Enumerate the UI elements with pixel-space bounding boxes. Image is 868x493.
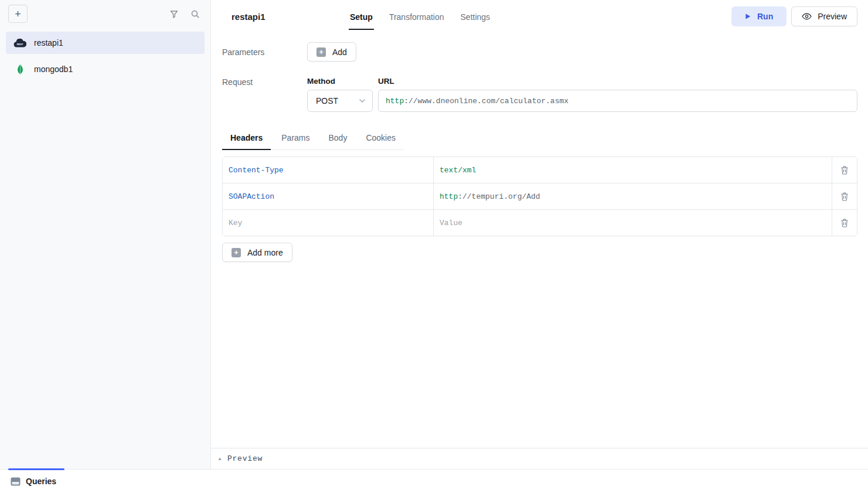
sidebar-item-mongodb1[interactable]: mongodb1 (6, 58, 205, 80)
add-more-button[interactable]: + Add more (222, 243, 292, 262)
response-preview-toggle[interactable]: ▲ Preview (211, 448, 868, 469)
request-subtabs: Headers Params Body Cookies (222, 128, 404, 150)
plus-icon: + (316, 47, 326, 57)
method-select[interactable]: POST (307, 90, 373, 112)
tab-headers[interactable]: Headers (222, 128, 271, 150)
rest-api-icon: REST (13, 39, 27, 47)
url-input[interactable]: http://www.dneonline.com/calculator.asmx (378, 90, 857, 112)
sidebar-toolbar: + (0, 0, 210, 28)
filter-icon (169, 9, 179, 19)
method-field: Method POST (307, 77, 373, 112)
add-parameter-label: Add (332, 47, 347, 57)
search-button[interactable] (189, 8, 201, 20)
request-label: Request (222, 77, 307, 87)
method-label: Method (307, 77, 373, 86)
caret-up-icon: ▲ (217, 457, 222, 461)
eye-icon (802, 13, 812, 20)
entity-list: REST restapi1 mongodb1 (0, 28, 210, 89)
header-value-scheme: http (440, 192, 458, 201)
trash-icon (840, 166, 849, 175)
header-key-input[interactable] (223, 210, 434, 236)
table-row: Content-Type text/xml (223, 157, 857, 183)
parameters-row: Parameters + Add (222, 42, 857, 62)
headers-table: Content-Type text/xml SOAPAction http://… (222, 157, 857, 236)
tab-cookies[interactable]: Cookies (358, 128, 404, 150)
page-title: restapi1 (232, 12, 349, 22)
url-rest: ://www.dneonline.com/calculator.asmx (404, 97, 569, 106)
trash-icon (840, 192, 849, 201)
search-icon (190, 9, 200, 19)
queries-tab-label: Queries (26, 477, 56, 486)
tab-settings[interactable]: Settings (459, 3, 492, 30)
add-parameter-button[interactable]: + Add (307, 42, 356, 62)
main-panel: restapi1 Setup Transformation Settings R… (211, 0, 868, 469)
run-button[interactable]: Run (731, 6, 787, 26)
url-label: URL (378, 77, 857, 86)
table-row: SOAPAction http://tempuri.org/Add (223, 183, 857, 210)
entity-label: mongodb1 (34, 64, 73, 74)
entity-label: restapi1 (34, 38, 63, 47)
bottom-tab-bar: Queries (0, 469, 868, 493)
app-window: + REST restapi1 (0, 0, 868, 493)
play-icon (745, 13, 751, 20)
mongodb-icon (13, 64, 27, 75)
header-value-rest: ://tempuri.org/Add (458, 192, 540, 201)
header-actions: Run Preview (731, 6, 857, 26)
plus-icon: + (15, 9, 21, 19)
header-value-input[interactable] (434, 210, 832, 236)
sidebar-item-restapi1[interactable]: REST restapi1 (6, 32, 205, 54)
url-scheme: http (386, 97, 404, 106)
tab-setup[interactable]: Setup (349, 3, 374, 30)
delete-row-button[interactable] (832, 157, 857, 183)
tab-body[interactable]: Body (321, 128, 356, 150)
setup-body: Parameters + Add Request Method POST (211, 33, 868, 448)
request-row: Request Method POST URL http://www.dneon… (222, 77, 857, 112)
add-entity-button[interactable]: + (8, 5, 28, 23)
header-key-text: Content-Type (229, 166, 284, 175)
delete-row-button[interactable] (832, 210, 857, 236)
header-key-placeholder (229, 219, 427, 227)
header-tabs: Setup Transformation Settings (349, 0, 491, 33)
content-row: + REST restapi1 (0, 0, 868, 469)
main-header: restapi1 Setup Transformation Settings R… (211, 0, 868, 33)
queries-icon (11, 477, 21, 486)
header-value-placeholder (440, 219, 826, 227)
header-value-input[interactable]: text/xml (434, 157, 832, 183)
tab-transformation[interactable]: Transformation (388, 3, 445, 30)
tab-queries[interactable]: Queries (8, 477, 59, 486)
response-preview-label: Preview (227, 454, 263, 463)
header-key-text: SOAPAction (229, 192, 274, 201)
method-value: POST (316, 96, 338, 106)
header-key-input[interactable]: SOAPAction (223, 183, 434, 209)
trash-icon (840, 219, 849, 227)
preview-button-label: Preview (818, 12, 847, 21)
parameters-label: Parameters (222, 47, 307, 57)
tab-params[interactable]: Params (273, 128, 318, 150)
header-key-input[interactable]: Content-Type (223, 157, 434, 183)
filter-button[interactable] (168, 8, 180, 20)
run-button-label: Run (757, 12, 773, 21)
add-more-label: Add more (247, 248, 283, 257)
preview-button[interactable]: Preview (791, 6, 857, 26)
delete-row-button[interactable] (832, 183, 857, 209)
sidebar: + REST restapi1 (0, 0, 211, 469)
header-value-text: text/xml (440, 166, 476, 175)
svg-text:REST: REST (17, 43, 23, 46)
plus-icon: + (232, 248, 241, 257)
table-row (223, 210, 857, 236)
header-value-input[interactable]: http://tempuri.org/Add (434, 183, 832, 209)
chevron-down-icon (359, 98, 366, 103)
url-field-col: URL http://www.dneonline.com/calculator.… (378, 77, 857, 112)
